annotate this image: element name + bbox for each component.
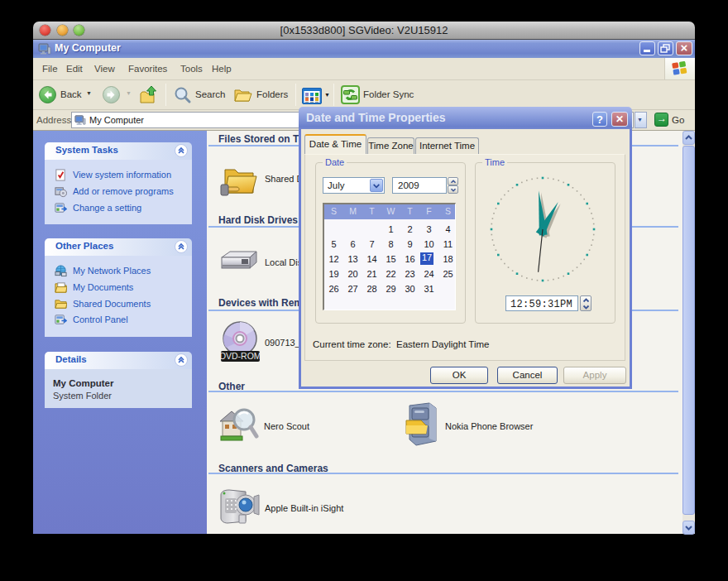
svg-text:DVD-ROM: DVD-ROM (221, 351, 260, 361)
